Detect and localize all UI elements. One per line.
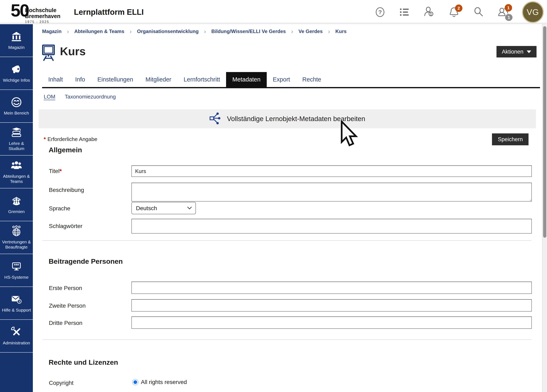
required-field-hint: *Erforderliche Angabe (44, 136, 97, 142)
list-menu-icon[interactable] (399, 6, 411, 18)
main-sidebar: Magazin Wichtige Infos Mein Bereich Lehr… (0, 24, 33, 392)
user-avatar[interactable]: VG (522, 1, 544, 23)
language-select[interactable]: Deutsch (131, 202, 196, 214)
tab-rechte[interactable]: Rechte (296, 72, 327, 87)
actions-button[interactable]: Aktionen (497, 46, 537, 57)
save-button[interactable]: Speichern (492, 133, 528, 145)
tab-info[interactable]: Info (69, 72, 91, 87)
section-heading-beitragende-personen: Beitragende Personen (49, 257, 123, 265)
sidebar-item-label: Gremien (8, 209, 25, 214)
tab-bar: Inhalt Info Einstellungen Mitglieder Ler… (42, 72, 540, 88)
copyright-radio-row: All rights reserved (132, 379, 187, 385)
description-textarea[interactable] (131, 183, 532, 202)
sidebar-item-wichtige-infos[interactable]: Wichtige Infos (0, 57, 33, 90)
section-heading-rechte-lizenzen: Rechte und Lizenzen (49, 358, 118, 366)
third-person-label: Dritte Person (49, 320, 82, 326)
breadcrumb-item[interactable]: Ve Gerdes (299, 28, 322, 34)
section-divider (42, 339, 531, 340)
tab-lernfortschritt[interactable]: Lernfortschritt (178, 72, 226, 87)
notifications-badge: 2 (455, 5, 462, 12)
breadcrumb: Magazin › Abteilungen & Teams › Organisa… (42, 28, 347, 35)
contacts-icon[interactable]: 1 1 (497, 6, 509, 18)
chevron-right-icon: › (67, 28, 69, 35)
sidebar-item-label: Magazin (8, 45, 24, 50)
tools-icon (11, 326, 22, 339)
sidebar-item-label: Lehre & Studium (1, 141, 32, 151)
language-select-wrap: Deutsch (131, 202, 196, 214)
section-divider (42, 240, 531, 241)
breadcrumb-item[interactable]: Bildung/Wissen/ELLI Ve Gerdes (211, 28, 286, 34)
copyright-label: Copyright (49, 380, 74, 386)
second-person-label: Zweite Person (49, 303, 86, 309)
breadcrumb-item[interactable]: Kurs (335, 28, 347, 34)
keywords-label: Schlagwörter (49, 223, 82, 230)
second-person-input[interactable] (131, 299, 532, 311)
tab-export[interactable]: Export (267, 72, 296, 87)
sidebar-item-label: Vertretungen & Beauftragte (1, 239, 32, 250)
first-person-input[interactable] (131, 282, 532, 294)
sidebar-item-hilfe-support[interactable]: ? Hilfe & Support (0, 287, 33, 320)
chevron-down-icon (527, 50, 531, 53)
scrollbar-thumb[interactable] (543, 26, 546, 238)
tab-metadaten[interactable]: Metadaten (226, 72, 267, 87)
edit-full-metadata-label: Vollständige Lernobjekt-Metadaten bearbe… (227, 115, 365, 123)
page-title: Kurs (60, 45, 86, 58)
search-icon[interactable] (473, 6, 485, 18)
people-group-icon (11, 160, 22, 172)
chevron-right-icon: › (291, 28, 293, 35)
edit-full-metadata-banner[interactable]: Vollständige Lernobjekt-Metadaten bearbe… (39, 109, 536, 128)
course-easel-icon (41, 44, 55, 61)
title-input[interactable] (131, 165, 532, 177)
megaphone-icon (11, 64, 22, 76)
breadcrumb-item[interactable]: Abteilungen & Teams (74, 28, 124, 34)
logo-name-line2: Bremerhaven (25, 13, 61, 19)
chevron-right-icon: › (130, 28, 132, 35)
sidebar-item-label: HS-Systeme (4, 275, 28, 280)
hochschule-bremerhaven-logo: 50 Hochschule Bremerhaven 1975 - 2025 (11, 2, 60, 24)
contacts-badge-bottom: 1 (505, 14, 513, 21)
subtab-lom[interactable]: LOM (44, 94, 55, 100)
sidebar-item-hs-systeme[interactable]: *** HS-Systeme (0, 254, 33, 287)
sidebar-item-lehre-studium[interactable]: Lehre & Studium (0, 123, 33, 155)
vertical-scrollbar[interactable] (542, 24, 547, 392)
sidebar-item-vertretungen-beauftragte[interactable]: Vertretungen & Beauftragte (0, 221, 33, 254)
sidebar-item-label: Abteilungen & Teams (1, 174, 32, 184)
title-label: Titel* (49, 168, 63, 175)
tab-mitglieder[interactable]: Mitglieder (139, 72, 178, 87)
top-header: 50 Hochschule Bremerhaven 1975 - 2025 Le… (0, 0, 547, 24)
sidebar-item-label: Wichtige Infos (3, 78, 30, 83)
sidebar-item-gremien[interactable]: Gremien (0, 189, 33, 221)
svg-text:***: *** (14, 263, 19, 268)
help-icon[interactable]: ? (374, 6, 386, 18)
metadata-nodes-icon (209, 112, 222, 126)
logo-years: 1975 - 2025 (25, 20, 61, 24)
breadcrumb-item[interactable]: Magazin (42, 28, 62, 34)
first-person-label: Erste Person (49, 285, 82, 291)
copyright-radio[interactable] (132, 379, 138, 385)
third-person-input[interactable] (131, 317, 532, 329)
sidebar-item-administration[interactable]: Administration (0, 320, 33, 353)
keywords-input[interactable] (131, 219, 532, 234)
tab-einstellungen[interactable]: Einstellungen (91, 72, 139, 87)
description-label: Beschreibung (49, 187, 84, 193)
sidebar-item-mein-bereich[interactable]: Mein Bereich (0, 90, 33, 123)
required-asterisk: * (60, 168, 62, 174)
books-graduation-icon (11, 127, 22, 139)
header-toolbar: ? 2 1 1 VG (374, 0, 544, 24)
tab-inhalt[interactable]: Inhalt (42, 72, 69, 87)
sidebar-item-magazin[interactable]: Magazin (0, 24, 33, 57)
sidebar-item-label: Mein Bereich (4, 110, 29, 115)
notifications-bell-icon[interactable]: 2 (448, 6, 460, 18)
required-asterisk: * (44, 136, 46, 142)
sidebar-item-abteilungen-teams[interactable]: Abteilungen & Teams (0, 155, 33, 189)
subtab-taxonomiezuordnung[interactable]: Taxonomiezuordnung (65, 94, 116, 100)
logo-name-line1: Hochschule (25, 7, 61, 13)
actions-button-label: Aktionen (502, 49, 523, 55)
breadcrumb-item[interactable]: Organisationsentwicklung (137, 28, 198, 34)
copyright-option-label: All rights reserved (141, 379, 187, 385)
user-awareness-icon[interactable] (423, 6, 435, 18)
sub-tab-bar: LOM Taxonomiezuordnung (44, 94, 116, 100)
globe-people-icon (11, 225, 22, 238)
main-content: Magazin › Abteilungen & Teams › Organisa… (33, 24, 542, 392)
sidebar-item-label: Hilfe & Support (2, 307, 31, 313)
